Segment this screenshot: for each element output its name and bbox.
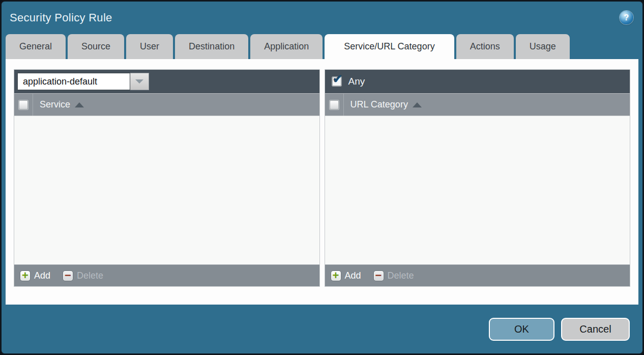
sort-asc-icon[interactable] <box>413 102 422 107</box>
tab-actions[interactable]: Actions <box>456 34 514 59</box>
url-category-list[interactable] <box>325 116 630 264</box>
service-column-header-row: Service <box>14 93 319 116</box>
service-select-all-cell <box>14 94 33 116</box>
any-row: ✔ Any <box>328 76 365 87</box>
help-icon[interactable]: ? <box>620 11 633 24</box>
service-delete-button[interactable]: − Delete <box>63 270 103 281</box>
tab-service-url-category[interactable]: Service/URL Category <box>325 34 454 59</box>
url-category-panel: ✔ Any URL Category + Add <box>325 69 631 287</box>
service-type-dropdown[interactable]: application-default <box>17 73 149 90</box>
tab-bar: General Source User Destination Applicat… <box>2 34 642 59</box>
service-column-header[interactable]: Service <box>40 99 70 110</box>
service-list[interactable] <box>14 116 319 264</box>
service-type-bar: application-default <box>14 70 319 93</box>
tab-user[interactable]: User <box>126 34 173 59</box>
url-category-column-header-row: URL Category <box>325 93 630 116</box>
service-select-all-checkbox[interactable] <box>19 100 28 110</box>
any-label[interactable]: Any <box>348 76 365 87</box>
dialog-title: Security Policy Rule <box>10 11 112 24</box>
chevron-down-icon <box>135 79 143 84</box>
panels: application-default Service <box>14 69 630 287</box>
url-category-add-button[interactable]: + Add <box>331 270 361 281</box>
service-type-dropdown-button[interactable] <box>130 73 149 90</box>
tab-usage[interactable]: Usage <box>516 34 570 59</box>
security-policy-rule-dialog: Security Policy Rule ? General Source Us… <box>0 0 644 355</box>
tab-general[interactable]: General <box>6 34 66 59</box>
tab-source[interactable]: Source <box>68 34 124 59</box>
ok-button[interactable]: OK <box>489 318 554 341</box>
url-category-select-all-checkbox[interactable] <box>330 100 339 110</box>
titlebar: Security Policy Rule ? <box>2 2 642 34</box>
tab-destination[interactable]: Destination <box>175 34 248 59</box>
minus-icon: − <box>63 270 73 281</box>
sort-asc-icon[interactable] <box>75 102 84 107</box>
service-toolbar: + Add − Delete <box>14 264 319 286</box>
url-category-select-all-cell <box>325 94 344 116</box>
dialog-action-bar: OK Cancel <box>2 305 642 353</box>
cancel-button[interactable]: Cancel <box>561 318 630 341</box>
url-category-any-bar: ✔ Any <box>325 70 630 93</box>
any-checkbox[interactable]: ✔ <box>332 77 341 86</box>
plus-icon: + <box>20 270 31 281</box>
url-category-column-header[interactable]: URL Category <box>350 99 408 110</box>
url-category-add-label: Add <box>345 270 361 281</box>
url-category-delete-label: Delete <box>388 270 414 281</box>
tab-application[interactable]: Application <box>250 34 323 59</box>
url-category-delete-button[interactable]: − Delete <box>373 270 414 281</box>
url-category-toolbar: + Add − Delete <box>325 264 630 286</box>
service-add-button[interactable]: + Add <box>20 270 50 281</box>
service-panel: application-default Service <box>14 69 320 287</box>
service-type-value[interactable]: application-default <box>17 73 130 90</box>
service-add-label: Add <box>34 270 50 281</box>
checkmark-icon: ✔ <box>333 73 343 85</box>
minus-icon: − <box>373 270 384 281</box>
tab-content: application-default Service <box>6 59 638 305</box>
plus-icon: + <box>331 270 341 281</box>
service-delete-label: Delete <box>77 270 103 281</box>
